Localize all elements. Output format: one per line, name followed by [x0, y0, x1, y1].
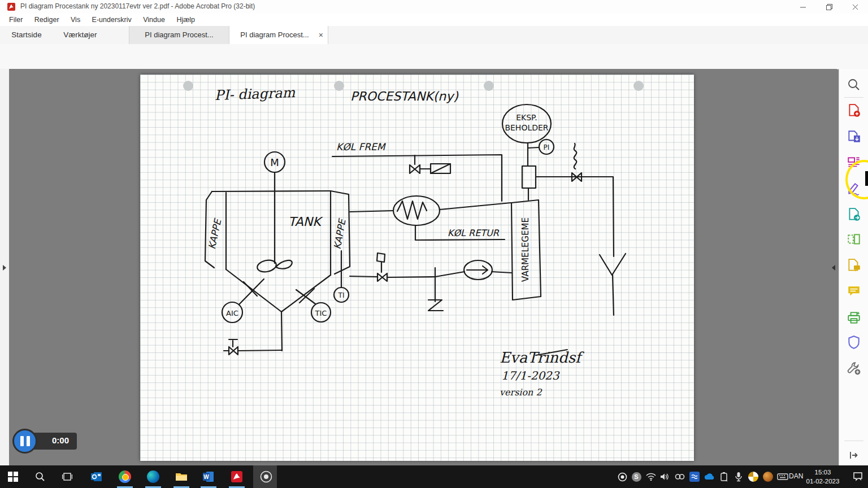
diagram-strokes: [205, 104, 626, 355]
label-tank: TANK: [288, 215, 323, 229]
tab-startside[interactable]: Startside: [5, 26, 49, 44]
search-tools-icon[interactable]: [846, 77, 862, 93]
pause-recording-button[interactable]: [12, 429, 37, 454]
tray-skype-icon[interactable]: S: [629, 469, 644, 484]
title-bar: PI diagram Procestank ny 20230117evtr ve…: [0, 0, 868, 14]
label-motor: M: [270, 156, 279, 168]
menu-vindue[interactable]: Vindue: [143, 14, 165, 26]
label-kappe-right: KAPPE: [332, 217, 348, 250]
tray-creative-cloud-icon[interactable]: [672, 469, 687, 484]
menu-filer[interactable]: Filer: [9, 14, 23, 26]
protect-icon[interactable]: [846, 334, 862, 350]
start-button-icon[interactable]: [6, 469, 20, 484]
label-koel-frem: KØL FREM: [336, 141, 387, 152]
label-aic: AIC: [226, 309, 238, 317]
create-pdf-icon[interactable]: [846, 103, 862, 119]
tray-app-ball-icon[interactable]: [761, 469, 775, 484]
send-file-icon[interactable]: [846, 207, 862, 223]
tab-document-active[interactable]: PI diagram Procest... ×: [229, 26, 328, 44]
task-view-icon[interactable]: [60, 469, 75, 484]
label-kappe-left: KAPPE: [206, 217, 224, 250]
tray-recording-icon[interactable]: [615, 469, 630, 484]
clock-time: 15:03: [801, 468, 844, 477]
comments-icon[interactable]: [846, 284, 862, 299]
action-center-icon[interactable]: [850, 469, 865, 484]
svg-text:W: W: [203, 474, 209, 480]
label-pi-diagram: PI- diagram: [214, 85, 296, 103]
tab-close-icon[interactable]: ×: [319, 26, 323, 44]
tray-volume-icon[interactable]: [657, 469, 672, 484]
restore-button[interactable]: [816, 0, 842, 14]
label-signature: EvaTrindsf: [500, 349, 584, 366]
tray-teams-icon[interactable]: [687, 469, 702, 484]
menu-hjaelp[interactable]: Hjælp: [176, 14, 195, 26]
acrobat-icon[interactable]: [229, 469, 244, 484]
label-beholder: BEHOLDER: [505, 123, 548, 132]
label-tic: TIC: [315, 309, 327, 317]
export-pdf-icon[interactable]: [846, 129, 862, 145]
menu-vis[interactable]: Vis: [71, 14, 80, 26]
tab-bar: Startside Værktøjer PI diagram Procest..…: [0, 26, 868, 45]
window-title: PI diagram Procestank ny 20230117evtr ve…: [20, 2, 255, 10]
file-explorer-icon[interactable]: [174, 469, 189, 484]
pdf-page: PI- diagram PROCESTANK(ny) EKSP. BEHOLDE…: [140, 75, 694, 461]
tab-vaerktojer[interactable]: Værktøjer: [57, 26, 104, 44]
taskbar-clock[interactable]: 15:03 01-02-2023: [801, 468, 844, 486]
screen-recorder-icon[interactable]: [259, 469, 274, 484]
tray-battery-icon[interactable]: [717, 469, 731, 484]
tray-microphone-icon[interactable]: [731, 469, 746, 484]
menu-rediger[interactable]: Rediger: [34, 14, 59, 26]
clock-date: 01-02-2023: [801, 477, 844, 486]
tray-app-quad-icon[interactable]: [746, 469, 761, 484]
menu-bar: Filer Rediger Vis E-underskriv Vindue Hj…: [0, 14, 868, 26]
main-toolbar: 1 / 1 77%: [0, 44, 868, 69]
label-varmelegeme: VARMELEGEME: [520, 217, 531, 282]
label-koel-retur: KØL RETUR: [448, 228, 500, 238]
organize-pages-icon[interactable]: [846, 232, 862, 247]
expand-left-panel-icon[interactable]: [3, 265, 6, 271]
recorder-elapsed: 0:00: [52, 435, 69, 445]
print-production-icon[interactable]: [846, 310, 862, 325]
label-eksp: EKSP.: [516, 113, 537, 122]
label-sign-version: version 2: [500, 387, 542, 398]
pi-diagram-drawing: PI- diagram PROCESTANK(ny) EKSP. BEHOLDE…: [140, 75, 694, 461]
esign-doc-icon[interactable]: [846, 258, 862, 273]
expand-panel-icon[interactable]: [846, 447, 862, 463]
mouse-cursor: [865, 171, 868, 186]
word-icon[interactable]: W: [201, 469, 216, 484]
tray-onedrive-icon[interactable]: [702, 469, 717, 484]
close-button[interactable]: [842, 0, 868, 14]
more-tools-icon[interactable]: [846, 360, 862, 376]
tab-document-inactive[interactable]: PI diagram Procest...: [129, 26, 229, 44]
label-procestank: PROCESTANK(ny): [350, 89, 459, 103]
outlook-icon[interactable]: [89, 469, 104, 484]
collapse-right-panel-icon[interactable]: [832, 265, 835, 271]
minimize-button[interactable]: [790, 0, 816, 14]
label-sign-date: 17/1-2023: [501, 369, 560, 382]
label-ti: TI: [338, 291, 345, 299]
taskbar-search-icon[interactable]: [33, 469, 47, 484]
edge-icon[interactable]: [146, 469, 160, 484]
chrome-icon[interactable]: [118, 469, 132, 484]
label-pi: PI: [544, 143, 550, 151]
acrobat-file-icon: [7, 2, 16, 11]
menu-e-underskriv[interactable]: E-underskriv: [92, 14, 132, 26]
tray-wifi-icon[interactable]: [644, 469, 658, 484]
tray-keyboard-icon[interactable]: [775, 469, 790, 484]
